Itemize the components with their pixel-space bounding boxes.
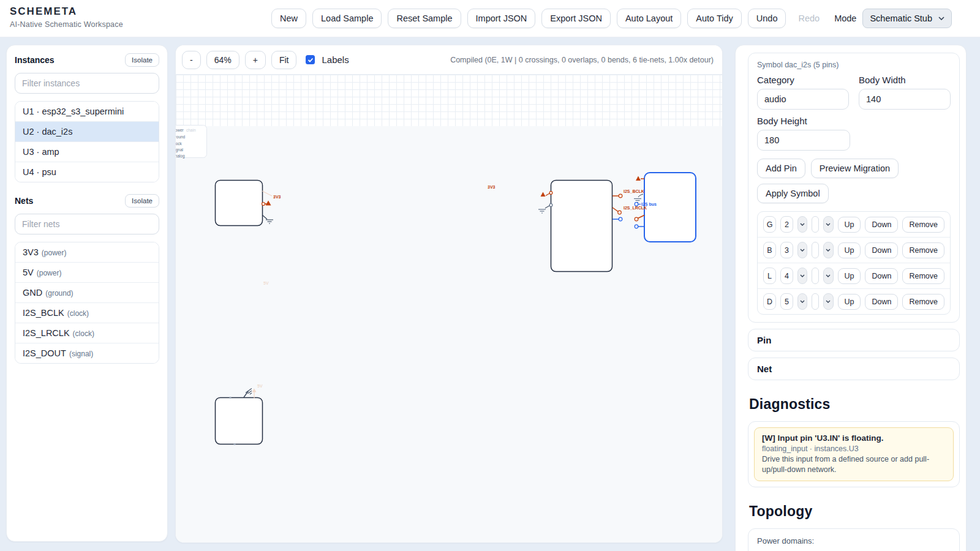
pin-side-select[interactable] [797,293,807,310]
auto-tidy-button[interactable]: Auto Tidy [687,9,741,28]
export-json-button[interactable]: Export JSON [541,9,611,28]
pin-circle[interactable] [549,192,552,195]
reset-sample-button[interactable]: Reset Sample [388,9,461,28]
pin-name-input[interactable] [763,268,776,284]
net-item-i2s-dout[interactable]: I2S_DOUT(signal) [15,343,159,363]
pin-down-button[interactable]: Down [865,217,898,233]
pin-panel[interactable]: Pin [748,329,960,351]
fit-button[interactable]: Fit [271,51,297,69]
pin-remove-button[interactable]: Remove [902,217,944,233]
pin-circle[interactable] [635,225,638,228]
pin-order-input[interactable] [812,268,819,284]
category-label: Category [757,75,849,85]
nets-isolate-button[interactable]: Isolate [125,194,159,208]
pin-side-select[interactable] [797,268,807,284]
undo-button[interactable]: Undo [748,9,786,28]
net-panel[interactable]: Net [748,358,960,380]
pin-type-select[interactable] [823,293,833,310]
add-pin-button[interactable]: Add Pin [757,159,805,178]
pin-order-input[interactable] [812,293,819,310]
pin-dot[interactable] [233,443,235,445]
pin-type-select[interactable] [823,242,833,258]
pin-up-button[interactable]: Up [838,268,861,284]
component-dac-selected[interactable]: I2S_BCLK I2S bus I2S_LRCLK [624,173,696,242]
pin-number-input[interactable] [780,293,793,310]
pin-up-button[interactable]: Up [838,217,861,233]
pin-remove-button[interactable]: Remove [902,242,944,258]
chevron-down-icon [826,274,831,277]
pin-dot[interactable] [229,397,231,399]
component-esp32[interactable] [538,181,622,272]
power-flag-icon [636,176,641,181]
canvas-panel: - 64% + Fit Labels Compiled (0E, 1W | 0 … [175,45,723,543]
pin-row: Up Down Remove [758,263,950,288]
pin-type-select[interactable] [823,268,833,284]
pin-up-button[interactable]: Up [838,294,861,310]
net-type: (clock) [67,309,89,318]
zoom-out-button[interactable]: - [182,51,201,69]
filter-instances-input[interactable] [15,73,159,94]
warning-item[interactable]: [W] Input pin 'U3.IN' is floating. float… [754,427,954,481]
header-actions: New Load Sample Reset Sample Import JSON… [271,8,952,29]
pin-number-input[interactable] [780,268,793,284]
net-label-bclk: I2S_BCLK [624,189,644,193]
net-item-i2s-bclk[interactable]: I2S_BCLK(clock) [15,302,159,323]
pin-circle[interactable] [619,217,622,221]
net-label-5v-faint: 5V [257,384,263,388]
net-item-i2s-lrclk[interactable]: I2S_LRCLK(clock) [15,323,159,343]
pin-order-input[interactable] [812,216,819,233]
pin-number-input[interactable] [780,242,793,258]
auto-layout-button[interactable]: Auto Layout [617,9,681,28]
instance-item-u3[interactable]: U3 · amp [15,141,159,162]
pin-circle[interactable] [618,211,622,214]
pin-remove-button[interactable]: Remove [902,294,944,310]
nets-list: 3V3(power) 5V(power) GND(ground) I2S_BCL… [15,242,159,364]
pin-side-select[interactable] [797,216,807,233]
net-item-5v[interactable]: 5V(power) [15,262,159,282]
pin-order-input[interactable] [812,242,819,258]
pin-down-button[interactable]: Down [865,294,898,310]
load-sample-button[interactable]: Load Sample [312,9,382,28]
mode-select[interactable]: Schematic Stub [862,9,952,28]
body-height-input[interactable] [757,130,850,151]
instance-item-u2[interactable]: U2 · dac_i2s [15,121,159,141]
pin-name-input[interactable] [763,293,776,310]
redo-button[interactable]: Redo [792,9,826,28]
component-amp[interactable]: 5V [216,384,263,445]
import-json-button[interactable]: Import JSON [467,9,536,28]
body-width-input[interactable] [859,89,951,110]
net-name: GND [23,288,42,298]
labels-checkbox[interactable] [306,55,315,64]
pin-type-select[interactable] [823,216,833,233]
net-item-3v3[interactable]: 3V3(power) [15,242,159,262]
instance-item-u1[interactable]: U1 · esp32_s3_supermini [15,102,159,121]
category-input[interactable] [757,89,849,110]
instances-list: U1 · esp32_s3_supermini U2 · dac_i2s U3 … [15,101,159,182]
pin-side-select[interactable] [797,242,807,258]
pin-remove-button[interactable]: Remove [902,268,944,284]
instances-isolate-button[interactable]: Isolate [125,53,159,67]
pin-down-button[interactable]: Down [865,242,898,258]
pin-circle[interactable] [262,203,265,206]
new-button[interactable]: New [271,9,306,28]
apply-symbol-button[interactable]: Apply Symbol [757,184,829,203]
pin-name-input[interactable] [763,242,776,258]
power-flag-faint-icon [252,389,257,392]
pin-circle[interactable] [549,204,552,207]
instance-item-u4[interactable]: U4 · psu [15,162,159,182]
zoom-in-button[interactable]: + [245,51,266,69]
pin-circle[interactable] [619,194,622,198]
filter-nets-input[interactable] [15,214,159,234]
mode-select-value: Schematic Stub [870,13,932,23]
pin-up-button[interactable]: Up [838,242,861,258]
pin-down-button[interactable]: Down [865,268,898,284]
zoom-level-button[interactable]: 64% [206,51,239,69]
component-psu[interactable]: 3V3 [216,181,281,226]
warning-meta: floating_input · instances.U3 [762,444,946,453]
pin-number-input[interactable] [780,216,793,233]
pin-circle[interactable] [635,217,638,221]
power-domains-label: Power domains: [757,536,814,545]
net-item-gnd[interactable]: GND(ground) [15,282,159,302]
pin-name-input[interactable] [763,216,776,233]
preview-migration-button[interactable]: Preview Migration [811,159,899,178]
